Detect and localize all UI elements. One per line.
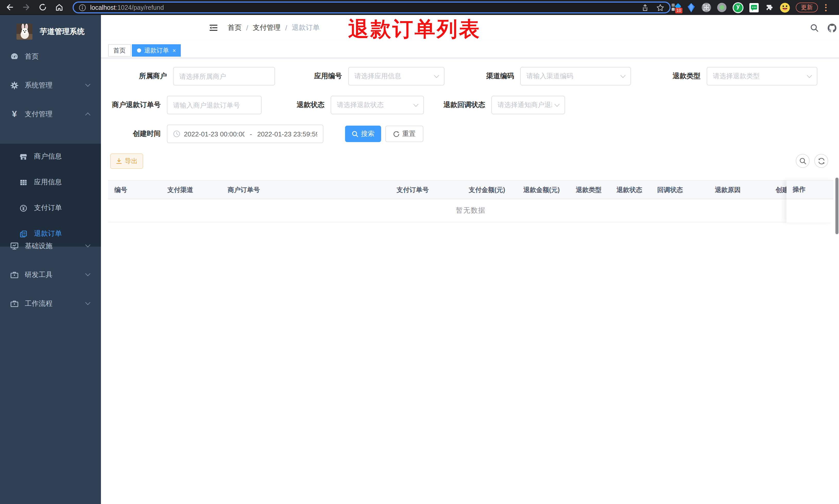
filter-label-channel: 渠道编码 [443,67,520,86]
share-icon[interactable] [641,3,649,12]
browser-extensions: 10 y 更新 [667,0,828,15]
filter-input-refund-no[interactable] [167,96,262,114]
refresh-table-button[interactable] [814,154,828,168]
browser-forward-button[interactable] [20,2,33,13]
sidebar-item-infra[interactable]: 基础设施 [0,232,101,260]
table-empty-row: 暂无数据 [108,199,833,222]
filter-select-callback-status[interactable]: 请选择通知商户退款结果的 [492,96,565,114]
chevron-down-icon [85,242,90,247]
url-text: localhost:1024/pay/refund [90,4,164,11]
tab-close-icon[interactable]: × [173,48,176,53]
refresh-icon [393,130,400,137]
filter-select-refund-status[interactable]: 请选择退款状态 [331,96,424,114]
app-logo-row[interactable]: 芋道管理系统 [0,20,101,43]
gear-icon [10,82,19,90]
extension-badge: 10 [675,7,682,13]
monitor-icon [10,242,19,250]
sidebar-item-devtools[interactable]: 研发工具 [0,260,101,289]
col-create-time-clipped: 创建时间 [769,181,786,199]
browser-home-button[interactable] [53,2,66,13]
filter-label-refund-type: 退款类型 [629,67,707,86]
sidebar: 芋道管理系统 首页 系统管理 ¥ 支付管理 商户信息 应用信息 [0,15,101,504]
github-link-button[interactable] [825,15,839,41]
app-logo-rabbit [17,23,33,39]
app-window: localhost:1024/pay/refund 10 y 更新 [0,0,839,504]
browser-reload-button[interactable] [36,2,50,13]
extension-chat-icon[interactable] [749,3,758,12]
reload-icon [39,3,47,11]
clock-icon [173,130,180,138]
sidebar-item-merchant-info[interactable]: 商户信息 [0,144,101,169]
chevron-down-icon [85,271,90,276]
profile-emoji-icon[interactable] [780,2,790,13]
tab-home[interactable]: 首页 [108,44,131,57]
extension-cmd-icon[interactable] [701,3,711,12]
shop-icon [20,152,27,160]
filter-date-range[interactable]: 2022-01-23 00:00:00 - 2022-01-23 23:59:5… [167,125,323,143]
extension-gem-icon[interactable] [686,2,696,13]
refund-no-input[interactable] [173,101,255,109]
bookmark-star-icon[interactable] [656,3,664,12]
filter-select-channel[interactable]: 请输入渠道编码 [520,67,631,86]
briefcase-icon [10,300,19,308]
tags-view-bar: 首页 退款订单 × [101,41,839,58]
header-search-button[interactable] [808,15,821,41]
sidebar-item-home[interactable]: 首页 [0,42,101,71]
export-button[interactable]: 导出 [110,154,143,169]
col-id: 编号 [108,181,161,199]
search-button[interactable]: 搜索 [345,126,381,142]
sidebar-item-app-info[interactable]: 应用信息 [0,169,101,195]
browser-back-button[interactable] [3,2,17,13]
breadcrumb-current: 退款订单 [292,23,320,32]
col-refund-amount: 退款金额(元) [517,181,570,199]
browser-menu-button[interactable] [824,4,828,11]
breadcrumb-pay[interactable]: 支付管理 [253,23,281,32]
yen-icon: ¥ [10,110,19,119]
filter-select-refund-type[interactable]: 请选择退款类型 [707,67,817,86]
col-refund-type: 退款类型 [570,181,610,199]
filter-label-merchant: 所属商户 [96,67,173,86]
filter-input-merchant[interactable] [173,67,275,86]
download-icon [116,158,122,164]
browser-toolbar: localhost:1024/pay/refund 10 y 更新 [0,0,839,15]
chevron-down-icon [807,73,812,78]
search-icon [352,130,358,137]
date-start-value: 2022-01-23 00:00:00 [184,130,245,138]
extension-tab-manager-icon[interactable]: 10 [671,2,681,13]
table-grid-icon [20,178,27,186]
github-icon [827,23,837,33]
chevron-down-icon [85,300,90,305]
sidebar-item-pay-order[interactable]: 支付订单 [0,195,101,221]
chevron-down-icon [620,73,626,78]
reset-button[interactable]: 重置 [385,126,423,142]
empty-text: 暂无数据 [456,206,486,215]
filter-select-app[interactable]: 请选择应用信息 [348,67,445,86]
home-icon [55,3,64,11]
extensions-puzzle-icon[interactable] [764,3,774,12]
breadcrumb-home[interactable]: 首页 [228,23,242,32]
forward-icon [22,3,30,11]
filter-label-create-time: 创建时间 [90,125,167,143]
col-pay-amount: 支付金额(元) [463,181,517,199]
sidebar-item-system[interactable]: 系统管理 [0,71,101,100]
chevron-down-icon [554,102,559,107]
filter-label-refund-status: 退款状态 [253,96,331,114]
col-pay-channel: 支付渠道 [161,181,221,199]
toggle-search-button[interactable] [796,154,810,168]
tab-refund-order[interactable]: 退款订单 × [132,44,181,57]
address-bar[interactable]: localhost:1024/pay/refund [73,2,671,13]
extension-y-icon[interactable]: y [732,2,744,13]
merchant-input[interactable] [179,72,269,80]
filter-label-app: 应用编号 [271,67,348,86]
sidebar-collapse-button[interactable] [207,15,219,41]
page-scrollbar[interactable] [835,178,838,234]
chevron-down-icon [85,82,90,87]
col-action: 操作 [786,180,833,199]
table-fixed-action-column: 操作 [786,180,833,222]
extension-recorder-icon[interactable] [717,3,727,12]
sidebar-item-pay[interactable]: ¥ 支付管理 [0,100,101,129]
table-header-row: 编号 支付渠道 商户订单号 支付订单号 支付金额(元) 退款金额(元) 退款类型… [108,180,833,199]
browser-update-button[interactable]: 更新 [796,3,818,12]
filter-label-refund-no: 商户退款订单号 [90,96,167,114]
sidebar-item-workflow[interactable]: 工作流程 [0,289,101,318]
